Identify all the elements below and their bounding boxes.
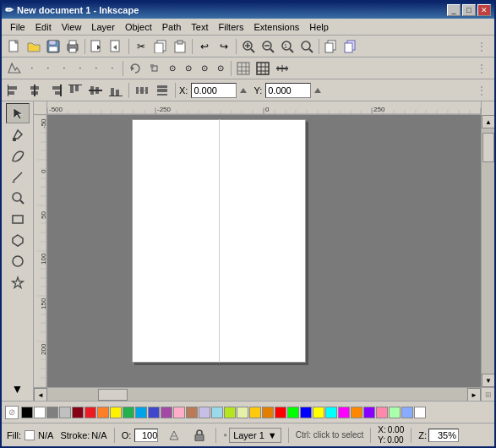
color-swatch[interactable]	[325, 407, 337, 418]
color-swatch[interactable]	[224, 407, 236, 418]
close-button[interactable]: ✕	[477, 4, 491, 16]
right-scrollbar[interactable]: ▲ ▼	[481, 115, 494, 387]
snap-btn-5[interactable]: ·	[89, 59, 104, 78]
select-tool[interactable]	[6, 103, 30, 123]
align-vcenter-btn[interactable]	[86, 81, 105, 100]
copy-button[interactable]	[151, 37, 170, 56]
zoom-tool[interactable]	[6, 188, 30, 208]
menu-object[interactable]: Object	[120, 20, 157, 34]
color-swatch[interactable]	[173, 407, 185, 418]
color-swatch[interactable]	[262, 407, 274, 418]
color-swatch[interactable]	[313, 407, 324, 418]
scroll-left-button[interactable]: ◄	[34, 388, 47, 401]
polygon-tool[interactable]	[6, 230, 30, 250]
color-swatch[interactable]	[211, 407, 223, 418]
color-swatch[interactable]	[135, 407, 147, 418]
color-swatch[interactable]	[59, 407, 71, 418]
zoom-page-button[interactable]: 1	[278, 37, 297, 56]
grid-snap-btn[interactable]	[253, 59, 272, 78]
menu-layer[interactable]: Layer	[86, 20, 120, 34]
color-swatch[interactable]	[287, 407, 299, 418]
maximize-button[interactable]: □	[462, 4, 476, 16]
cut-button[interactable]: ✂	[132, 37, 150, 56]
lock-icon[interactable]	[190, 426, 209, 445]
color-swatch[interactable]	[123, 407, 134, 418]
snap-btn-7[interactable]: ⊙	[165, 59, 180, 78]
duplicate-button[interactable]	[322, 37, 341, 56]
align-center-btn[interactable]	[25, 81, 44, 100]
menu-file[interactable]: File	[5, 20, 30, 34]
zoom-out-button[interactable]	[259, 37, 277, 56]
circle-tool[interactable]	[6, 251, 30, 271]
color-swatch[interactable]	[97, 407, 109, 418]
color-swatch[interactable]	[338, 407, 350, 418]
color-swatch[interactable]	[199, 407, 210, 418]
ruler-snap-btn[interactable]	[273, 59, 292, 78]
print-button[interactable]	[63, 37, 82, 56]
color-swatch[interactable]	[46, 407, 58, 418]
align-top-btn[interactable]	[66, 81, 84, 100]
y-input[interactable]	[265, 83, 311, 98]
snap-btn-2[interactable]: ·	[41, 59, 56, 78]
distrib-v-btn[interactable]	[153, 81, 172, 100]
undo-button[interactable]: ↩	[195, 37, 214, 56]
color-swatch[interactable]	[363, 407, 375, 418]
align-bottom-btn[interactable]	[106, 81, 125, 100]
color-swatch[interactable]	[376, 407, 388, 418]
snap-node-btn[interactable]	[145, 59, 164, 78]
zoom-draw-button[interactable]	[297, 37, 316, 56]
snap-btn-6[interactable]: ·	[105, 59, 120, 78]
snap-btn-9[interactable]: ⊙	[197, 59, 212, 78]
distrib-h-btn[interactable]	[133, 81, 151, 100]
y-spin-up[interactable]	[313, 81, 323, 100]
color-swatch[interactable]	[72, 407, 84, 418]
snap-btn-10[interactable]: ⊙	[213, 59, 228, 78]
menu-help[interactable]: Help	[304, 20, 334, 34]
open-button[interactable]	[25, 37, 43, 56]
redo-button[interactable]: ↪	[215, 37, 233, 56]
color-swatch[interactable]	[148, 407, 160, 418]
menu-filters[interactable]: Filters	[214, 20, 249, 34]
x-input[interactable]	[191, 83, 237, 98]
expand-btn[interactable]: ▼	[6, 379, 30, 399]
scroll-down-button[interactable]: ▼	[482, 374, 494, 387]
zoom-fit-button[interactable]	[239, 37, 258, 56]
rubber-band-tool[interactable]	[6, 145, 30, 166]
grid-view-btn[interactable]	[234, 59, 253, 78]
color-swatch[interactable]	[300, 407, 312, 418]
snap-btn-3[interactable]: ·	[57, 59, 72, 78]
menu-edit[interactable]: Edit	[30, 20, 57, 34]
scroll-thumb-v[interactable]	[482, 133, 494, 162]
minimize-button[interactable]: _	[447, 4, 461, 16]
zoom-input[interactable]	[428, 429, 459, 442]
color-swatch[interactable]	[161, 407, 172, 418]
star-tool[interactable]	[6, 272, 30, 292]
scroll-right-button[interactable]: ►	[467, 388, 481, 401]
color-swatch[interactable]	[389, 407, 401, 418]
new-button[interactable]	[5, 37, 24, 56]
snap-btn-1[interactable]: ·	[25, 59, 40, 78]
node-select-btn[interactable]	[5, 59, 24, 78]
scroll-up-button[interactable]: ▲	[482, 115, 494, 128]
color-swatch[interactable]	[275, 407, 286, 418]
menu-view[interactable]: View	[57, 20, 87, 34]
menu-path[interactable]: Path	[157, 20, 187, 34]
node-tool[interactable]	[6, 124, 30, 145]
color-swatch[interactable]	[34, 407, 46, 418]
color-swatch[interactable]	[21, 407, 33, 418]
color-swatch[interactable]	[237, 407, 248, 418]
layer-dropdown[interactable]: Layer 1 ▼	[229, 428, 281, 443]
menu-text[interactable]: Text	[186, 20, 213, 34]
clone-button[interactable]	[341, 37, 360, 56]
save-button[interactable]	[44, 37, 63, 56]
snap-btn-8[interactable]: ⊙	[181, 59, 196, 78]
align-left-btn[interactable]	[5, 81, 24, 100]
align-right-btn[interactable]	[46, 81, 64, 100]
color-swatch[interactable]	[110, 407, 122, 418]
color-swatch[interactable]	[186, 407, 198, 418]
color-swatch[interactable]	[84, 407, 96, 418]
pencil-tool[interactable]	[6, 167, 30, 187]
color-swatch[interactable]	[249, 407, 261, 418]
snap-rotation-btn[interactable]	[126, 59, 144, 78]
color-swatch[interactable]	[401, 407, 413, 418]
